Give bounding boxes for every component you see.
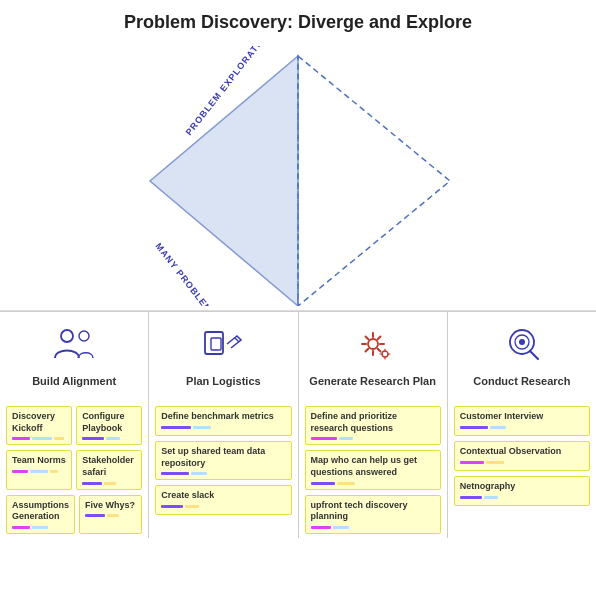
card-row-1: Discovery Kickoff Configure Playbook <box>6 406 142 445</box>
card-contextual-observation: Contextual Observation <box>454 441 590 471</box>
card-upfront-tech: upfront tech discovery planning <box>305 495 441 534</box>
card-shared-data-repo: Set up shared team data repository <box>155 441 291 480</box>
gear-icon <box>351 312 395 368</box>
columns-section: Build Alignment Discovery Kickoff Config… <box>0 311 596 538</box>
column-conduct-research: Conduct Research Customer Interview Cont… <box>448 312 596 538</box>
svg-line-12 <box>530 351 538 359</box>
conduct-research-label: Conduct Research <box>469 368 574 402</box>
diamond-section: PROBLEM EXPLORATION MANY PROBLEMS <box>0 41 596 311</box>
people-icon <box>52 312 96 368</box>
card-create-slack: Create slack <box>155 485 291 515</box>
label-many-problems: MANY PROBLEMS <box>153 241 218 306</box>
svg-point-3 <box>61 330 73 342</box>
card-assumptions-generation: Assumptions Generation <box>6 495 75 534</box>
magnify-icon <box>500 312 544 368</box>
card-five-whys: Five Whys? <box>79 495 142 534</box>
plan-logistics-label: Plan Logistics <box>182 368 265 402</box>
card-netnography: Netnography <box>454 476 590 506</box>
plan-icon <box>201 312 245 368</box>
card-discovery-kickoff: Discovery Kickoff <box>6 406 72 445</box>
generate-research-plan-label: Generate Research Plan <box>305 368 440 402</box>
plan-logistics-cards: Define benchmark metrics Set up shared t… <box>149 402 297 519</box>
card-research-questions: Define and prioritize research questions <box>305 406 441 445</box>
page-title: Problem Discovery: Diverge and Explore <box>0 0 596 41</box>
svg-point-11 <box>519 339 525 345</box>
card-stakeholder-safari: Stakeholder safari <box>76 450 142 489</box>
build-alignment-cards: Discovery Kickoff Configure Playbook <box>0 402 148 538</box>
column-plan-logistics: Plan Logistics Define benchmark metrics … <box>149 312 298 538</box>
column-build-alignment: Build Alignment Discovery Kickoff Config… <box>0 312 149 538</box>
card-row-2: Team Norms Stakeholder safari <box>6 450 142 489</box>
card-team-norms: Team Norms <box>6 450 72 489</box>
svg-point-8 <box>382 351 388 357</box>
card-map-who-can-help: Map who can help us get questions answer… <box>305 450 441 489</box>
card-row-3: Assumptions Generation Five Whys? <box>6 495 142 534</box>
svg-point-4 <box>79 331 89 341</box>
svg-marker-1 <box>298 56 450 306</box>
page: Problem Discovery: Diverge and Explore P… <box>0 0 596 538</box>
card-customer-interview: Customer Interview <box>454 406 590 436</box>
svg-point-7 <box>368 339 378 349</box>
card-benchmark-metrics: Define benchmark metrics <box>155 406 291 436</box>
diamond-svg: PROBLEM EXPLORATION MANY PROBLEMS <box>0 46 596 306</box>
column-generate-research-plan: Generate Research Plan Define and priori… <box>299 312 448 538</box>
svg-rect-6 <box>211 338 221 350</box>
conduct-research-cards: Customer Interview Contextual Observatio… <box>448 402 596 510</box>
build-alignment-label: Build Alignment <box>28 368 120 402</box>
card-configure-playbook: Configure Playbook <box>76 406 142 445</box>
generate-research-plan-cards: Define and prioritize research questions… <box>299 402 447 538</box>
